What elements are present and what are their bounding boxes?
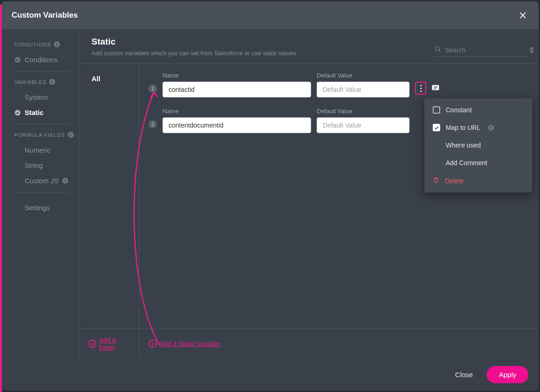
sidebar-item-label: Static	[25, 109, 44, 116]
add-variable-cell: + Add a Static Variable	[139, 329, 229, 359]
dialog-title: Custom Variables	[12, 11, 78, 20]
kebab-icon	[420, 85, 422, 92]
name-field-group: Name	[163, 72, 311, 97]
search-input[interactable]	[445, 46, 526, 54]
info-icon[interactable]: i	[54, 41, 60, 47]
add-folder-link[interactable]: Add a folder	[99, 336, 130, 351]
apply-button[interactable]: Apply	[487, 366, 528, 383]
row-actions	[415, 82, 441, 95]
sidebar-item-conditions[interactable]: Conditions	[11, 52, 75, 67]
dialog-body: CONDITIONS i Conditions VARIABLES i Syst…	[1, 29, 539, 359]
name-label: Name	[163, 108, 311, 115]
name-label: Name	[163, 72, 311, 79]
main-panel: Static Add custom variables which you ca…	[79, 29, 539, 359]
sidebar: CONDITIONS i Conditions VARIABLES i Syst…	[1, 29, 79, 359]
page-title: Static	[91, 37, 298, 47]
check-icon	[14, 57, 21, 63]
custom-variables-dialog: Custom Variables CONDITIONS i Conditions…	[1, 1, 539, 391]
more-menu-button[interactable]	[415, 82, 426, 95]
sidebar-item-label: String	[25, 161, 43, 169]
sidebar-item-label: Custom JS	[25, 177, 59, 185]
info-icon[interactable]: i	[62, 178, 68, 184]
sidebar-item-label: Numeric	[25, 146, 51, 154]
add-variable-link[interactable]: Add a Static Variable	[160, 340, 220, 347]
sidebar-item-string[interactable]: String	[11, 158, 75, 173]
value-label: Default Value	[317, 108, 410, 115]
blank-icon	[14, 94, 21, 101]
row-number: 2	[149, 120, 157, 129]
bottom-actions: + Add a folder + Add a Static Variable	[79, 328, 539, 359]
info-icon[interactable]: i	[68, 132, 74, 138]
plus-icon: +	[149, 340, 157, 348]
info-icon[interactable]: i	[488, 125, 494, 131]
variable-value-input[interactable]	[317, 82, 410, 97]
menu-where-used[interactable]: Where used	[424, 136, 532, 154]
sidebar-item-customjs[interactable]: Custom JS i	[11, 173, 75, 188]
sidebar-item-static[interactable]: Static	[11, 105, 75, 120]
clear-icon[interactable]: ✕	[530, 47, 533, 53]
variable-context-menu: Constant Map to URL i Where used Add Com…	[424, 98, 532, 193]
sidebar-section-variables: VARIABLES i	[14, 79, 75, 85]
value-label: Default Value	[317, 72, 410, 79]
brand-edge	[0, 5, 2, 392]
divider	[15, 124, 71, 124]
sidebar-item-system[interactable]: System	[11, 90, 75, 105]
comment-button[interactable]	[430, 83, 441, 94]
page-subtitle: Add custom variables which you can set f…	[91, 50, 298, 57]
close-button[interactable]: Close	[448, 366, 480, 383]
name-field-group: Name	[163, 108, 311, 133]
folder-all[interactable]: All	[79, 73, 139, 84]
variable-row: 1 Name Default Value	[149, 72, 527, 97]
sidebar-section-formula: FORMULA FIELDS i	[14, 132, 75, 138]
trash-icon	[433, 177, 439, 185]
sidebar-item-label: Conditions	[25, 56, 58, 64]
menu-delete[interactable]: Delete	[424, 172, 532, 190]
menu-constant[interactable]: Constant	[424, 101, 532, 119]
plus-icon: +	[89, 340, 96, 348]
value-field-group: Default Value	[317, 108, 410, 133]
sidebar-item-label: Settings	[25, 204, 50, 212]
value-field-group: Default Value	[317, 72, 410, 97]
row-number: 1	[149, 84, 157, 93]
variable-value-input[interactable]	[317, 117, 410, 133]
divider	[15, 192, 71, 193]
checkbox-checked-icon	[433, 124, 440, 131]
sidebar-section-conditions: CONDITIONS i	[14, 41, 75, 47]
sidebar-item-numeric[interactable]: Numeric	[11, 142, 75, 158]
add-folder-cell: + Add a folder	[79, 329, 139, 359]
dialog-header: Custom Variables	[1, 1, 539, 29]
dialog-footer: Close Apply	[1, 359, 539, 391]
menu-map-to-url[interactable]: Map to URL i	[424, 119, 532, 136]
svg-point-2	[436, 47, 439, 51]
variable-name-input[interactable]	[163, 117, 311, 133]
sidebar-item-label: System	[25, 93, 48, 101]
variable-name-input[interactable]	[163, 82, 311, 97]
search-field[interactable]: ✕	[434, 44, 527, 57]
check-icon	[14, 109, 21, 116]
sidebar-item-settings[interactable]: Settings	[11, 200, 75, 215]
menu-add-comment[interactable]: Add Comment	[424, 154, 532, 172]
close-icon[interactable]	[517, 10, 528, 21]
checkbox-unchecked-icon	[433, 106, 440, 114]
folders-column: All	[79, 64, 139, 359]
search-icon	[435, 46, 441, 54]
divider	[15, 71, 71, 71]
main-header: Static Add custom variables which you ca…	[79, 29, 539, 63]
info-icon[interactable]: i	[49, 79, 55, 85]
